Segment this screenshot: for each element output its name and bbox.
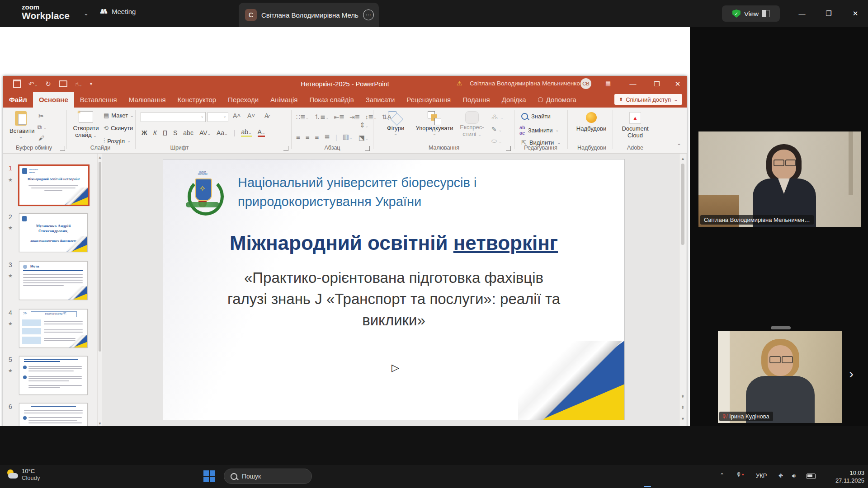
align-text-icon[interactable]: ⇕⌄ [359, 121, 368, 129]
numbering-icon[interactable]: ⒈≣⌄ [314, 113, 329, 121]
tab-review[interactable]: Рецензування [401, 92, 457, 108]
slide1-thumbnail[interactable]: ▪▪▪▪▪▪▪▪▪▪▪▪▪▪▪▪▪▪▪▪ Міжнародний освітні… [18, 164, 90, 206]
tab-help[interactable]: Довідка [496, 92, 532, 108]
scroll-thumb[interactable] [681, 164, 684, 245]
align-center-icon[interactable]: ≡ [306, 133, 310, 141]
quick-styles-button[interactable]: Експрес-стилі ⌄ [457, 111, 487, 138]
tray-network-icon[interactable]: ⛖ [778, 472, 783, 479]
slide5-thumbnail[interactable] [19, 356, 88, 395]
drawing-dialog-launcher-icon[interactable] [506, 146, 511, 151]
ppt-restore-button[interactable]: ❐ [647, 76, 667, 92]
increase-indent-icon[interactable]: ⇥≣ [349, 113, 360, 121]
tray-mic-icon[interactable]: 🎙︎• [736, 471, 744, 478]
tab-more-icon[interactable]: ⋯ [363, 9, 374, 20]
ribbon-display-options-icon[interactable]: ▦ [605, 80, 611, 87]
clear-format-icon[interactable]: A̷ [264, 112, 269, 119]
gallery-drag-handle[interactable] [771, 326, 791, 329]
shape-effects-icon[interactable]: ⬭ ⌄ [491, 137, 502, 145]
tab-record[interactable]: Записати [360, 92, 401, 108]
font-dialog-launcher-icon[interactable] [283, 146, 288, 151]
cut-icon[interactable]: ✂ [38, 112, 44, 120]
format-painter-icon[interactable]: 🖌︎ [38, 135, 44, 141]
columns-icon[interactable]: ▥⌄ [343, 133, 353, 141]
main-scrollbar[interactable]: ▲ ⇞ ⇟ ▼ [679, 154, 686, 427]
ppt-close-button[interactable]: ✕ [668, 76, 688, 92]
underline-button[interactable]: П [163, 129, 167, 136]
change-case-button[interactable]: Aa⌄ [217, 129, 228, 136]
meeting-tab[interactable]: 👥︎ Meeting [100, 7, 136, 15]
tab-design[interactable]: Конструктор [172, 92, 222, 108]
arrange-button[interactable]: Упорядкувати⌄ [414, 111, 455, 136]
ppt-minimize-button[interactable]: — [623, 76, 643, 92]
shadow-button[interactable]: S [173, 129, 177, 136]
smartart-icon[interactable]: ⬔⌄ [359, 134, 368, 142]
window-restore-button[interactable]: ❐ [819, 5, 839, 21]
share-access-button[interactable]: ⬆ Спільний доступ ⌄ [614, 94, 682, 105]
tab-file[interactable]: Файл [3, 92, 33, 108]
tab-slideshow[interactable]: Показ слайдів [303, 92, 359, 108]
shrink-font-icon[interactable]: A˅ [247, 112, 255, 119]
window-minimize-button[interactable]: — [792, 5, 812, 21]
bullets-icon[interactable]: ∷≣⌄ [296, 113, 309, 121]
font-name-combo[interactable]: ⌄ [141, 112, 206, 122]
thumb-scroll-down-icon[interactable]: ▼ [98, 422, 102, 426]
align-left-icon[interactable]: ≡ [296, 133, 300, 141]
tab-view[interactable]: Подання [457, 92, 496, 108]
tray-battery-icon[interactable] [807, 474, 816, 479]
scroll-up-icon[interactable]: ▲ [681, 156, 685, 161]
paragraph-dialog-launcher-icon[interactable] [365, 146, 370, 151]
account-avatar[interactable]: СВ [580, 78, 591, 89]
video-feed-1[interactable]: Світлана Володимирівна Мельничен… [698, 131, 861, 227]
search-box[interactable]: Пошук [224, 469, 312, 484]
thumb-scroll-up-icon[interactable]: ▲ [98, 155, 102, 160]
new-slide-button[interactable]: ✳ Створитислайд ⌄ [72, 111, 100, 139]
clipboard-dialog-launcher-icon[interactable] [60, 146, 65, 151]
italic-button[interactable]: К [153, 129, 157, 136]
weather-widget[interactable]: 10°C Cloudy [6, 468, 40, 481]
paste-button[interactable]: Вставити ⌄ [9, 111, 32, 139]
tray-clock[interactable]: 10:03 27.11.2025 [826, 469, 864, 484]
replace-button[interactable]: abacЗамінити⌄ [519, 125, 559, 136]
video-feed-2[interactable]: 🎙︎̸ Ірина Кудінова [718, 331, 842, 423]
document-cloud-button[interactable]: ▲ DocumentCloud [617, 112, 653, 139]
justify-icon[interactable]: ≣ [324, 133, 330, 141]
workspace-chevron-down-icon[interactable]: ⌄ [84, 10, 89, 17]
bold-button[interactable]: Ж [142, 129, 147, 136]
highlight-button[interactable]: ab⌄ [241, 128, 251, 137]
view-button[interactable]: ✓ View [722, 5, 780, 22]
font-color-button[interactable]: A⌄ [258, 128, 265, 137]
slide2-thumbnail[interactable]: Музиченко АндрійОлександрович, декан Еко… [19, 213, 88, 252]
strikethrough-button[interactable]: abc [183, 129, 193, 136]
thumb-scroll-thumb[interactable] [99, 162, 101, 352]
warning-icon[interactable]: ⚠ [457, 80, 462, 87]
start-button[interactable] [203, 470, 215, 482]
collapse-ribbon-icon[interactable]: ⌃ [677, 143, 681, 149]
previous-slide-icon[interactable]: ⇞ [681, 394, 684, 399]
scroll-down-icon[interactable]: ▼ [681, 417, 685, 421]
reset-button[interactable]: ⟲Скинути [104, 125, 133, 131]
line-spacing-icon[interactable]: ↕≣⌄ [365, 113, 377, 121]
addins-button[interactable]: Надбудови [574, 112, 609, 132]
font-size-combo[interactable]: ⌄ [208, 112, 228, 122]
account-name[interactable]: Світлана Володимирівна Мельниченко [470, 80, 580, 87]
slide-canvas[interactable]: НУБІПУКРАЇНИ ⟡ Національний університет … [163, 159, 625, 420]
tab-tellme[interactable]: Допомога [532, 92, 582, 108]
slide3-thumbnail[interactable]: Мета [19, 261, 88, 300]
find-button[interactable]: Знайти [521, 113, 551, 120]
tab-transitions[interactable]: Переходи [222, 92, 264, 108]
active-meeting-tab[interactable]: C Світлана Володимирівна Мельн ⋯ [239, 3, 379, 27]
copy-icon[interactable]: ⧉ ⌄ [38, 124, 47, 131]
grow-font-icon[interactable]: A˄ [233, 112, 241, 119]
shape-fill-icon[interactable]: 🝆 ⌄ [491, 113, 504, 121]
tray-expand-icon[interactable]: ⌃ [720, 472, 724, 479]
tray-volume-icon[interactable]: 🔊︎ [792, 472, 796, 479]
shapes-button[interactable]: Фігури⌄ [382, 111, 409, 136]
align-right-icon[interactable]: ≡ [315, 133, 319, 141]
tab-draw[interactable]: Малювання [123, 92, 172, 108]
gallery-next-icon[interactable]: › [849, 366, 854, 381]
slide6-thumbnail[interactable] [19, 403, 88, 427]
tab-insert[interactable]: Вставлення [74, 92, 123, 108]
shape-outline-icon[interactable]: ✎ ⌄ [491, 126, 502, 133]
tab-home[interactable]: Основне [33, 92, 74, 108]
tab-animations[interactable]: Анімація [264, 92, 303, 108]
